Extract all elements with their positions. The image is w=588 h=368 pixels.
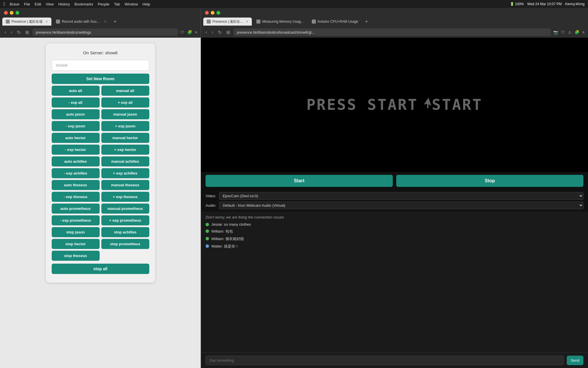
menu-people[interactable]: People <box>98 2 109 6</box>
minimize-button[interactable] <box>10 11 13 15</box>
browser-right: Presence | 遙距在... ✕ Measuring Memory Usa… <box>201 8 588 368</box>
tab-memory-usage[interactable]: Measuring Memory Usag... <box>253 18 307 26</box>
cursor-icon <box>419 98 431 111</box>
audio-label: Audio: <box>206 203 216 208</box>
close-button-right[interactable] <box>205 11 209 15</box>
plus-exp-achilles-button[interactable]: + exp achilles <box>101 168 149 178</box>
auto-prometheus-button[interactable]: auto prometheus <box>52 204 100 214</box>
plus-exp-theseus-button[interactable]: + exp theseus <box>101 192 149 202</box>
stop-jason-button[interactable]: stop jason <box>52 227 100 237</box>
row-exp-jason: - exp jason + exp jason <box>52 121 149 131</box>
address-input-left[interactable] <box>32 28 178 36</box>
auto-jason-button[interactable]: auto jason <box>52 109 100 119</box>
close-button[interactable] <box>4 11 8 15</box>
maximize-button[interactable] <box>16 11 19 15</box>
forward-button[interactable]: › <box>9 29 13 35</box>
menu-brave[interactable]: Brave <box>10 2 20 6</box>
room-input[interactable] <box>52 60 149 71</box>
address-input-right[interactable] <box>233 28 551 36</box>
menu-history[interactable]: History <box>58 2 70 6</box>
minus-exp-hector-button[interactable]: - exp hector <box>52 145 100 155</box>
traffic-lights <box>0 8 201 16</box>
manual-achilles-button[interactable]: manual achilles <box>101 156 149 166</box>
audio-select[interactable]: Default - Iriun Webcam Audio (Virtual) <box>219 202 583 209</box>
stop-prometheus-button[interactable]: stop prometheus <box>101 239 149 249</box>
tab-label-r2: Measuring Memory Usag... <box>262 20 303 24</box>
menu-tab[interactable]: Tab <box>114 2 120 6</box>
row-stop-hector-prometheus: stop hector stop prometheus <box>52 239 149 249</box>
auto-all-button[interactable]: auto all <box>52 86 100 96</box>
auto-theseus-button[interactable]: auto theseus <box>52 180 100 190</box>
minimize-button-right[interactable] <box>211 11 214 15</box>
row-exp-all: - exp all + exp all <box>52 97 149 108</box>
menu-help[interactable]: Help <box>142 2 150 6</box>
plus-exp-hector-button[interactable]: + exp hector <box>101 145 149 155</box>
tab-favicon-r1 <box>207 20 211 24</box>
tab-close-r1[interactable]: ✕ <box>246 20 248 24</box>
user-name: Kenny.Wong <box>565 2 585 6</box>
extensions-icon[interactable]: 🧩 <box>187 30 192 34</box>
set-new-room-button[interactable]: Set New Room <box>52 74 149 84</box>
back-button[interactable]: ‹ <box>3 29 7 35</box>
bookmark-icon[interactable]: ⊞ <box>24 29 30 36</box>
chat-input[interactable] <box>206 356 564 365</box>
new-tab-button[interactable]: + <box>111 19 119 25</box>
tab-presence-settings[interactable]: Presence | 遙距在場 ✕ <box>2 18 51 26</box>
stop-hector-button[interactable]: stop hector <box>52 239 100 249</box>
minus-exp-achilles-button[interactable]: - exp achilles <box>52 168 100 178</box>
start-button[interactable]: Start <box>206 175 393 187</box>
manual-prometheus-button[interactable]: manual prometheus <box>101 204 149 214</box>
maximize-button-right[interactable] <box>216 11 220 15</box>
bookmark-icon-right[interactable]: ⊞ <box>225 29 231 36</box>
plus-exp-all-button[interactable]: + exp all <box>101 97 149 108</box>
tab-close-icon[interactable]: ✕ <box>45 20 48 24</box>
row-stop-theseus: stop theseus <box>52 251 149 261</box>
battery-status: 🔋 100% <box>510 2 524 6</box>
row-auto-manual-hector: auto hector manual hector <box>52 133 149 143</box>
new-tab-button-right[interactable]: + <box>363 19 370 25</box>
plus-exp-prometheus-button[interactable]: + exp prometheus <box>101 215 149 225</box>
menu-edit[interactable]: Edit <box>35 2 41 6</box>
menu-icon-right[interactable]: ≡ <box>582 30 585 34</box>
audio-select-row: Audio: Default - Iriun Webcam Audio (Vir… <box>206 202 583 209</box>
menu-icon[interactable]: ≡ <box>195 30 197 34</box>
stop-all-button[interactable]: stop all <box>52 264 149 274</box>
stop-theseus-button[interactable]: stop theseus <box>52 251 100 261</box>
stop-achilles-button[interactable]: stop achilles <box>101 227 149 237</box>
video-select[interactable]: EpocCam (Devi:ce:0) <box>219 192 583 200</box>
menu-bookmarks[interactable]: Bookmarks <box>75 2 93 6</box>
reload-button-right[interactable]: ↻ <box>217 29 223 36</box>
tab-arduino[interactable]: Arduino CPU+RAM Usage <box>308 18 362 26</box>
menu-view[interactable]: View <box>46 2 54 6</box>
back-button-right[interactable]: ‹ <box>204 29 208 35</box>
manual-all-button[interactable]: manual all <box>101 86 149 96</box>
connection-notice: Don't worry, we are fixing the connectio… <box>206 215 583 219</box>
apple-menu[interactable]:  <box>3 1 5 7</box>
minus-exp-jason-button[interactable]: - exp jason <box>52 121 100 131</box>
tab-close-icon-2[interactable]: ✕ <box>104 20 107 24</box>
manual-theseus-button[interactable]: manual theseus <box>101 180 149 190</box>
auto-achilles-button[interactable]: auto achilles <box>52 156 100 166</box>
stop-button[interactable]: Stop <box>396 175 583 187</box>
extensions-icon-right[interactable]: 🧩 <box>575 30 579 34</box>
tab-presence-broadcast[interactable]: Presence | 遙距在... ✕ <box>203 18 252 26</box>
send-button[interactable]: Send <box>567 356 583 365</box>
menu-window[interactable]: Window <box>125 2 138 6</box>
manual-jason-button[interactable]: manual jason <box>101 109 149 119</box>
tab-favicon-r3 <box>312 20 316 24</box>
minus-exp-theseus-button[interactable]: - exp theseus <box>52 192 100 202</box>
auto-hector-button[interactable]: auto hector <box>52 133 100 143</box>
minus-exp-all-button[interactable]: - exp all <box>52 97 100 108</box>
william-avatar-2 <box>206 237 209 240</box>
tab-label-r1: Presence | 遙距在... <box>212 19 243 24</box>
row-exp-theseus: - exp theseus + exp theseus <box>52 192 149 202</box>
plus-exp-jason-button[interactable]: + exp jason <box>101 121 149 131</box>
reload-button[interactable]: ↻ <box>16 29 22 36</box>
forward-button-right[interactable]: › <box>210 29 214 35</box>
tab-soundflower[interactable]: Record audio with Soundflower | C... ✕ <box>53 18 110 26</box>
minus-exp-prometheus-button[interactable]: - exp prometheus <box>52 215 100 225</box>
william-message-2: William: 個衣箱好靚 <box>211 236 244 241</box>
manual-hector-button[interactable]: manual hector <box>101 133 149 143</box>
tab-favicon-r2 <box>256 20 260 24</box>
menu-file[interactable]: File <box>24 2 30 6</box>
